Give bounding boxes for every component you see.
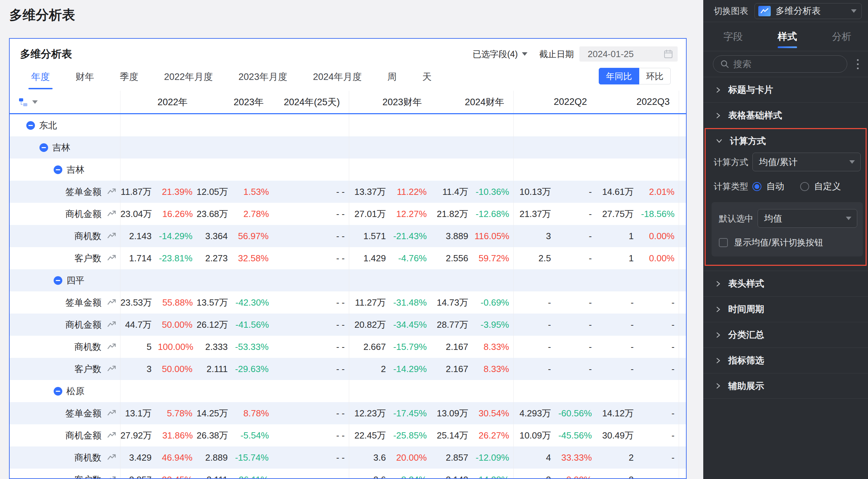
period-tab-fiscal-year[interactable]: 财年: [75, 71, 94, 89]
cell-change: -: [640, 319, 679, 330]
data-cell: - -: [273, 446, 349, 469]
cell-value: 2.667: [349, 342, 392, 352]
radio-auto[interactable]: [752, 182, 761, 191]
compare-yoy-button[interactable]: 年同比: [599, 68, 639, 84]
collapse-icon[interactable]: [54, 387, 62, 396]
cell-change: -42.30%: [234, 297, 273, 308]
chevron-right-icon: [716, 306, 721, 313]
sparkline-icon[interactable]: [106, 320, 117, 329]
data-cell: 23.53万55.88%: [120, 291, 197, 314]
collapse-icon[interactable]: [26, 121, 35, 130]
default-selected-select[interactable]: 均值: [758, 209, 857, 228]
sparkline-icon[interactable]: [106, 209, 117, 218]
data-cell: --: [596, 314, 679, 336]
show-switch-checkbox[interactable]: [719, 238, 728, 247]
calc-method-select[interactable]: 均值/累计: [752, 153, 861, 171]
collapse-icon[interactable]: [39, 143, 48, 152]
calc-section-header[interactable]: 计算方式: [706, 129, 866, 153]
panel-tab-style[interactable]: 样式: [778, 22, 797, 51]
period-tab-2024-monthly[interactable]: 2024年月度: [313, 71, 362, 89]
tree-cell: 商机金额: [10, 314, 120, 336]
period-tab-year[interactable]: 年度: [31, 71, 50, 89]
cell-change: 8.33%: [474, 342, 513, 352]
data-cell: 2-: [596, 446, 679, 469]
search-placeholder: 搜索: [733, 58, 751, 70]
style-section-title-card[interactable]: 标题与卡片: [703, 77, 868, 102]
group-label: 四平: [66, 274, 84, 287]
period-tab-quarter[interactable]: 季度: [120, 71, 138, 89]
style-section-table-base-style[interactable]: 表格基础样式: [703, 102, 868, 128]
cell-change: - -: [310, 209, 349, 219]
chevron-down-icon: [522, 52, 527, 56]
data-cell: [197, 159, 273, 181]
style-section-category-summary[interactable]: 分类汇总: [703, 322, 868, 347]
cell-value: 2.143: [431, 475, 474, 479]
selected-fields-dropdown[interactable]: 已选字段(4): [472, 48, 527, 60]
sparkline-icon[interactable]: [106, 342, 117, 351]
column-header: 2023财年: [349, 91, 431, 113]
panel-tab-fields[interactable]: 字段: [723, 22, 743, 51]
cell-change: -: [640, 475, 679, 479]
period-tabs: 年度财年季度2022年月度2023年月度2024年月度周天: [31, 71, 432, 89]
sparkline-icon[interactable]: [106, 431, 117, 440]
sparkline-icon[interactable]: [106, 475, 117, 478]
sparkline-icon[interactable]: [106, 364, 117, 373]
cell-value: 2: [596, 475, 640, 479]
panel-tab-analysis[interactable]: 分析: [832, 22, 851, 51]
sparkline-icon[interactable]: [106, 453, 117, 462]
cell-change: -: [640, 297, 679, 308]
data-cell: [431, 159, 513, 181]
data-cell: --: [513, 358, 596, 380]
chevron-down-icon: [851, 9, 857, 13]
chart-type-select[interactable]: 多维分析表: [754, 3, 862, 19]
collapse-icon[interactable]: [54, 276, 62, 285]
collapse-icon[interactable]: [54, 165, 62, 174]
sparkline-icon[interactable]: [106, 232, 117, 241]
search-input[interactable]: 搜索: [713, 55, 847, 73]
cell-value: 14.12万: [596, 407, 640, 419]
data-cell: 14.12万-: [596, 402, 679, 424]
style-section-time-period[interactable]: 时间周期: [703, 296, 868, 322]
tree-cell: 吉林: [10, 136, 120, 159]
style-section-auxiliary-display[interactable]: 辅助展示: [703, 373, 868, 399]
style-section-header-style[interactable]: 表头样式: [703, 271, 868, 296]
cell-value: 1.714: [120, 253, 158, 264]
compare-mom-button[interactable]: 环比: [639, 68, 671, 84]
sparkline-icon[interactable]: [106, 409, 117, 418]
period-tab-day[interactable]: 天: [422, 71, 432, 89]
cell-value: 2.5: [514, 253, 557, 264]
chevron-right-icon: [716, 87, 721, 93]
period-tab-2023-monthly[interactable]: 2023年月度: [238, 71, 287, 89]
group-row: 四平: [10, 269, 686, 291]
data-cell: [513, 380, 596, 402]
calc-type-label: 计算类型: [714, 181, 752, 192]
pivot-table: 2022年2023年2024年(25天)2023财年2024财年2022Q220…: [10, 91, 686, 478]
column-header: 2022Q3: [596, 91, 679, 113]
cell-value: 2.333: [197, 342, 234, 352]
data-cell: 44.7万50.00%: [120, 314, 197, 336]
sparkline-icon[interactable]: [106, 254, 117, 263]
cell-value: -: [596, 364, 640, 374]
more-options-button[interactable]: [852, 55, 863, 73]
data-cell: --: [513, 314, 596, 336]
period-tab-week[interactable]: 周: [387, 71, 397, 89]
data-cell: --: [513, 336, 596, 358]
sparkline-icon[interactable]: [106, 187, 117, 196]
deadline-date-input[interactable]: 2024-01-25: [579, 46, 678, 62]
radio-custom[interactable]: [800, 182, 809, 191]
group-label: 吉林: [52, 142, 70, 154]
cell-change: 21.39%: [158, 187, 197, 197]
sparkline-icon[interactable]: [106, 298, 117, 307]
style-section-metric-filter[interactable]: 指标筛选: [703, 347, 868, 373]
metric-label: 商机数: [74, 452, 101, 464]
period-tab-2022-monthly[interactable]: 2022年月度: [164, 71, 213, 89]
tree-column-header[interactable]: [10, 91, 120, 113]
data-cell: - -: [273, 203, 349, 225]
tree-cell: 客户数: [10, 358, 120, 380]
cell-change: -18.56%: [640, 209, 679, 219]
data-cell: 13.1万5.78%: [120, 402, 197, 424]
cell-change: -: [640, 430, 679, 441]
data-cell: 350.00%: [120, 358, 197, 380]
card-title: 多维分析表: [20, 47, 72, 61]
default-selected-label: 默认选中: [719, 213, 758, 224]
